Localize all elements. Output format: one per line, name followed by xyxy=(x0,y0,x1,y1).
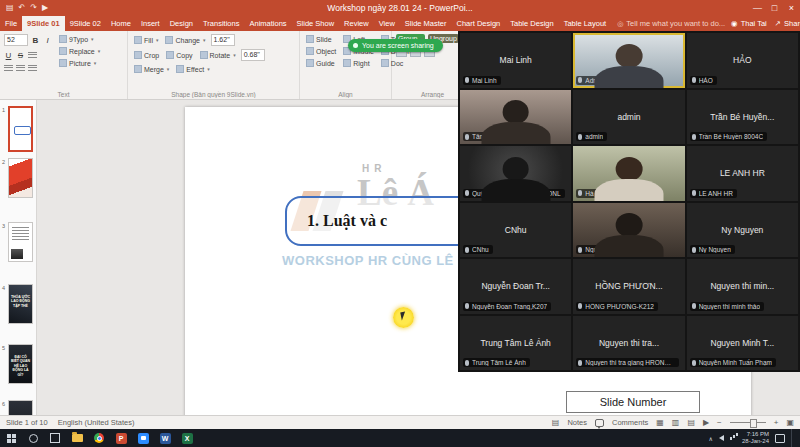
search-button[interactable] xyxy=(22,429,44,447)
slide-thumbnail[interactable]: 1 xyxy=(8,106,33,152)
file-explorer-button[interactable] xyxy=(66,429,88,447)
typo-button[interactable]: 9Typo xyxy=(57,34,102,44)
account-button[interactable]: ◉ Thai Tai xyxy=(731,19,767,28)
thumbnail-image[interactable] xyxy=(8,158,33,198)
thumbnail-image[interactable] xyxy=(8,222,33,262)
picture-button[interactable]: Picture xyxy=(57,58,102,68)
tab-9slide-01[interactable]: 9Slide 01 xyxy=(22,16,65,31)
tell-me-box[interactable]: ◎ Tell me what you want to do... xyxy=(611,16,731,31)
slide-thumbnail[interactable]: 6 xyxy=(8,400,33,415)
chrome-button[interactable] xyxy=(88,429,110,447)
tab-design[interactable]: Design xyxy=(165,16,198,31)
italic-button[interactable]: I xyxy=(43,36,52,45)
word-button[interactable]: W xyxy=(154,429,176,447)
screen-sharing-banner[interactable]: You are screen sharing xyxy=(348,39,443,52)
close-button[interactable]: × xyxy=(783,0,800,16)
participant-tile[interactable]: Nguyen thi tra... Nguyen thi tra giang H… xyxy=(573,316,684,371)
reading-view-icon[interactable]: ▤ xyxy=(687,418,695,427)
participant-tile[interactable]: admin admin xyxy=(573,90,684,145)
powerpoint-button[interactable]: P xyxy=(110,429,132,447)
slide-thumbnail[interactable]: 5 ĐẠI CÓ BIẾT QUAN HỆ LAO ĐỘNG LÀ GÌ? xyxy=(8,344,33,384)
zoom-app-button[interactable] xyxy=(132,429,154,447)
align-right-button[interactable]: Right xyxy=(341,58,376,68)
slide-number-textbox[interactable]: Slide Number xyxy=(566,391,700,413)
save-icon[interactable]: ▤ xyxy=(6,0,14,16)
align-slide-button[interactable]: Slide xyxy=(304,34,338,44)
thumbnail-image[interactable]: ĐẠI CÓ BIẾT QUAN HỆ LAO ĐỘNG LÀ GÌ? xyxy=(8,344,33,384)
slideshow-view-icon[interactable]: ▶ xyxy=(703,418,709,427)
participant-tile[interactable]: HẢO HẢO xyxy=(687,33,798,88)
zoom-out-button[interactable]: − xyxy=(717,418,722,427)
start-button[interactable] xyxy=(0,429,22,447)
tab-slide-show[interactable]: Slide Show xyxy=(292,16,340,31)
participant-tile[interactable]: Admin LHC xyxy=(573,33,684,88)
undo-icon[interactable]: ↶ xyxy=(19,0,26,16)
participant-tile[interactable]: Nguyen Minh T... Nguyễn Minh Tuấn Phạm xyxy=(687,316,798,371)
action-center-icon[interactable] xyxy=(775,434,785,443)
normal-view-icon[interactable]: ▦ xyxy=(656,418,664,427)
thumbnail-image[interactable] xyxy=(8,400,33,415)
participant-tile[interactable]: Mai Linh Mai Linh xyxy=(460,33,571,88)
notes-button[interactable]: Notes xyxy=(567,418,587,427)
zoom-in-button[interactable]: + xyxy=(774,418,779,427)
tab-view[interactable]: View xyxy=(374,16,400,31)
tab-review[interactable]: Review xyxy=(339,16,374,31)
tab-file[interactable]: File xyxy=(0,16,22,31)
guide-button[interactable]: Guide xyxy=(304,58,338,68)
merge-button[interactable]: Merge xyxy=(132,64,171,74)
font-size-field[interactable]: 52 xyxy=(4,34,28,46)
task-view-button[interactable] xyxy=(44,429,66,447)
tab-insert[interactable]: Insert xyxy=(136,16,165,31)
tab-9slide-02[interactable]: 9Slide 02 xyxy=(65,16,106,31)
participant-tile[interactable]: Hà Nguyễn xyxy=(573,146,684,201)
fit-slide-button[interactable]: ▣ xyxy=(786,418,794,427)
participant-tile[interactable]: Nguyễn Đoan Tr... Nguyễn Đoan Trang,K207 xyxy=(460,259,571,314)
align-left-icon[interactable] xyxy=(28,52,37,59)
volume-icon[interactable] xyxy=(719,435,724,441)
show-desktop-button[interactable] xyxy=(791,429,795,447)
comments-button[interactable]: Comments xyxy=(612,418,648,427)
maximize-button[interactable]: □ xyxy=(766,0,783,16)
network-icon[interactable] xyxy=(730,437,732,440)
change-button[interactable]: Change xyxy=(163,35,207,45)
bullet-list-icon[interactable] xyxy=(28,65,37,72)
participant-tile[interactable]: Quỳnh Nguyễn K19HCM6ONL xyxy=(460,146,571,201)
start-slideshow-icon[interactable]: ▶ xyxy=(42,0,48,16)
tab-chart-design[interactable]: Chart Design xyxy=(452,16,506,31)
tray-chevron-icon[interactable]: ∧ xyxy=(709,435,713,442)
tab-animations[interactable]: Animations xyxy=(244,16,291,31)
copy-button[interactable]: Copy xyxy=(164,50,194,60)
slide-sorter-view-icon[interactable]: ▥ xyxy=(672,418,680,427)
participant-tile[interactable]: Trần Bé Huyền... Trần Bé Huyền 8004C xyxy=(687,90,798,145)
shape-width-field[interactable]: 1.62" xyxy=(211,34,235,46)
participant-tile[interactable]: Nguyễn Hồng Hên xyxy=(573,203,684,258)
excel-button[interactable]: X xyxy=(176,429,198,447)
align-object-button[interactable]: Object xyxy=(304,46,338,56)
tab-home[interactable]: Home xyxy=(106,16,136,31)
align-right-icon[interactable] xyxy=(16,65,25,72)
thumbnail-image[interactable]: THỎA ƯỚC LAO ĐỘNG TẬP THỂ xyxy=(8,284,33,324)
tab-transitions[interactable]: Transitions xyxy=(198,16,244,31)
crop-button[interactable]: Crop xyxy=(132,50,161,60)
participant-tile[interactable]: Trung Tâm Lê Ánh Trung Tâm Lê Ánh xyxy=(460,316,571,371)
participant-tile[interactable]: Nguyen thi min... Nguyen thi minh thảo xyxy=(687,259,798,314)
language-indicator[interactable]: English (United States) xyxy=(58,418,135,427)
underline-button[interactable]: U xyxy=(4,51,13,60)
thumbnail-image[interactable] xyxy=(8,106,33,152)
zoom-slider[interactable] xyxy=(730,422,766,423)
share-button[interactable]: ↗ Share xyxy=(775,19,800,28)
participant-tile[interactable]: Ny Nguyen Ny Nguyen xyxy=(687,203,798,258)
participant-tile[interactable]: HỒNG PHƯƠN... HỒNG PHƯƠNG-K212 xyxy=(573,259,684,314)
align-center-icon[interactable] xyxy=(4,65,13,72)
tab-table-layout[interactable]: Table Layout xyxy=(559,16,612,31)
rotate-button[interactable]: Rotate xyxy=(198,50,238,60)
participant-tile[interactable]: CNhu CNhu xyxy=(460,203,571,258)
tab-table-design[interactable]: Table Design xyxy=(505,16,558,31)
redo-icon[interactable]: ↷ xyxy=(30,0,37,16)
slide-thumbnail[interactable]: 3 xyxy=(8,222,33,262)
slide-thumbnail[interactable]: 2 xyxy=(8,158,33,198)
taskbar-clock[interactable]: 7:16 PM 28-Jan-24 xyxy=(742,431,769,445)
replace-button[interactable]: Replace xyxy=(57,46,102,56)
shape-height-field[interactable]: 0.68" xyxy=(241,49,265,61)
strikethrough-button[interactable]: S xyxy=(16,51,25,60)
